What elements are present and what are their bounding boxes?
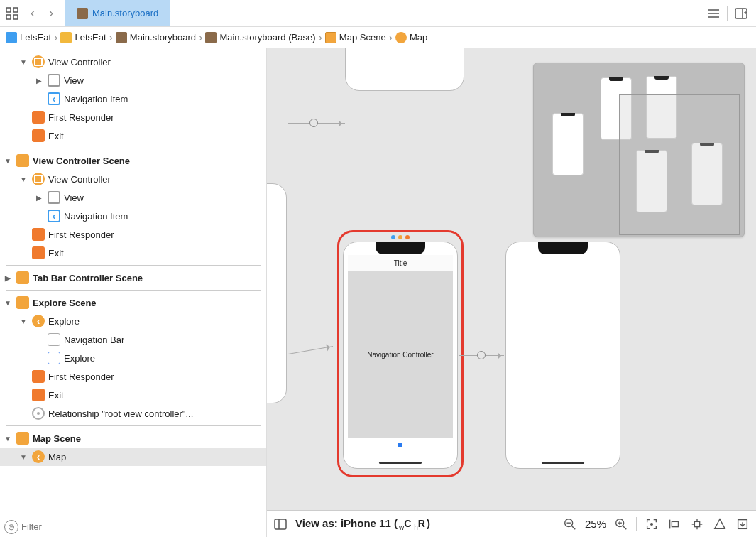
- disclosure-triangle-icon[interactable]: [3, 433, 13, 443]
- back-button[interactable]: ‹: [24, 5, 41, 22]
- zoom-out-button[interactable]: [562, 516, 578, 532]
- navigation-title: Title: [348, 255, 453, 271]
- outline-row[interactable]: Navigation Bar: [0, 330, 266, 349]
- outline-row[interactable]: Exit: [0, 126, 266, 145]
- storyboard-file-icon: [205, 32, 217, 43]
- outline-label: Explore: [64, 353, 95, 364]
- editor-tab[interactable]: Main.storyboard: [65, 0, 170, 26]
- scene-icon: [16, 154, 29, 167]
- focus-icon[interactable]: [644, 516, 659, 532]
- canvas-minimap[interactable]: [533, 63, 745, 237]
- embed-in-icon[interactable]: [735, 516, 750, 532]
- document-outline: View ControllerViewNavigation ItemFirst …: [0, 48, 267, 537]
- chevron-right-icon: ›: [54, 31, 57, 44]
- outline-row[interactable]: Exit: [0, 386, 266, 404]
- separator: [6, 265, 261, 266]
- chevron-right-icon: ›: [389, 31, 393, 44]
- disclosure-triangle-icon[interactable]: [3, 273, 13, 283]
- pin-icon[interactable]: [689, 516, 705, 532]
- star-icon: [48, 352, 60, 364]
- outline-row[interactable]: View Controller: [0, 170, 266, 188]
- outline-row[interactable]: View Controller: [0, 53, 266, 71]
- segue-arrow[interactable]: [288, 346, 333, 354]
- resolve-issues-icon[interactable]: [712, 516, 728, 532]
- outline-row[interactable]: Explore: [0, 349, 266, 367]
- disclosure-triangle-icon: [18, 371, 28, 381]
- scene-icon: [16, 432, 29, 445]
- breadcrumb-item[interactable]: Main.storyboard (Base): [205, 32, 315, 43]
- outline-row[interactable]: Relationship "root view controller"...: [0, 404, 266, 423]
- disclosure-triangle-icon: [18, 112, 28, 122]
- scene-preview[interactable]: [267, 183, 287, 403]
- outline-label: View: [64, 192, 84, 203]
- disclosure-triangle-icon[interactable]: [34, 75, 44, 85]
- outline-row[interactable]: Exit: [0, 244, 266, 262]
- outline-tree[interactable]: View ControllerViewNavigation ItemFirst …: [0, 48, 266, 516]
- outline-row[interactable]: Navigation Item: [0, 90, 266, 108]
- scene-handle-icon[interactable]: [391, 235, 410, 239]
- scene-preview[interactable]: [345, 48, 464, 91]
- disclosure-triangle-icon: [18, 408, 28, 418]
- zoom-percent[interactable]: 25%: [585, 518, 606, 530]
- outline-row[interactable]: Map: [0, 448, 266, 466]
- outline-label: Explore Scene: [33, 298, 97, 308]
- outline-label: Map Scene: [33, 433, 81, 444]
- minimap-viewport[interactable]: [619, 94, 740, 235]
- outline-row[interactable]: Explore Scene: [0, 293, 266, 312]
- filter-icon[interactable]: ⊜: [4, 520, 18, 534]
- phone-notch-icon: [376, 242, 425, 254]
- outline-row[interactable]: View: [0, 71, 266, 90]
- outline-row[interactable]: First Responder: [0, 225, 266, 244]
- scene-icon: [325, 32, 336, 43]
- disclosure-triangle-icon[interactable]: [18, 316, 28, 326]
- disclosure-triangle-icon[interactable]: [18, 452, 28, 462]
- disclosure-triangle-icon: [34, 353, 44, 363]
- navitem-icon: [48, 210, 60, 222]
- disclosure-triangle-icon[interactable]: [18, 174, 28, 184]
- disclosure-triangle-icon[interactable]: [3, 156, 13, 166]
- vc-icon: [32, 55, 45, 68]
- outline-label: Navigation Item: [64, 211, 128, 222]
- outline-row[interactable]: Navigation Item: [0, 207, 266, 225]
- outline-row[interactable]: View Controller Scene: [0, 151, 266, 170]
- grid-icon[interactable]: [6, 7, 18, 20]
- outline-row[interactable]: Map Scene: [0, 429, 266, 448]
- forward-button[interactable]: ›: [43, 5, 60, 22]
- storyboard-canvas[interactable]: Title Navigation Controller: [267, 48, 756, 510]
- outline-row[interactable]: Explore: [0, 312, 266, 330]
- outline-row[interactable]: Tab Bar Controller Scene: [0, 268, 266, 287]
- outline-label: Relationship "root view controller"...: [48, 408, 193, 419]
- disclosure-triangle-icon[interactable]: [18, 57, 28, 67]
- exit-icon: [32, 246, 45, 259]
- outline-row[interactable]: First Responder: [0, 367, 266, 386]
- adjust-editor-options-icon[interactable]: [706, 6, 721, 21]
- outline-label: Navigation Item: [64, 94, 128, 104]
- svg-rect-23: [694, 521, 699, 526]
- svg-rect-3: [13, 15, 18, 19]
- svg-rect-0: [6, 8, 11, 12]
- device-selector[interactable]: View as: iPhone 11 ( wC hR ): [295, 517, 430, 531]
- align-icon[interactable]: [667, 516, 682, 532]
- outline-filter-input[interactable]: [21, 521, 262, 532]
- navigation-controller-scene[interactable]: Title Navigation Controller: [343, 242, 458, 469]
- toggle-outline-icon[interactable]: [273, 516, 288, 532]
- outline-row[interactable]: View: [0, 188, 266, 207]
- breadcrumb-item[interactable]: LetsEat: [6, 32, 51, 43]
- outline-row[interactable]: First Responder: [0, 108, 266, 126]
- disclosure-triangle-icon[interactable]: [34, 192, 44, 202]
- scene-preview[interactable]: [505, 242, 620, 469]
- tab-title: Main.storyboard: [92, 8, 158, 18]
- add-editor-icon[interactable]: [733, 6, 749, 21]
- breadcrumb-item[interactable]: Main.storyboard: [116, 32, 196, 43]
- disclosure-triangle-icon[interactable]: [3, 298, 13, 308]
- breadcrumb-item[interactable]: Map: [395, 32, 427, 43]
- rel-icon: [32, 407, 45, 420]
- disclosure-triangle-icon: [18, 390, 28, 400]
- canvas-bottom-bar: View as: iPhone 11 ( wC hR ) 25%: [267, 510, 756, 537]
- zoom-in-button[interactable]: [613, 516, 629, 532]
- storyboard-file-icon: [77, 8, 88, 19]
- breadcrumb-item[interactable]: LetsEat: [60, 32, 106, 43]
- outline-label: Exit: [48, 390, 64, 401]
- breadcrumb-item[interactable]: Map Scene: [325, 32, 386, 43]
- outline-label: Explore: [48, 316, 80, 327]
